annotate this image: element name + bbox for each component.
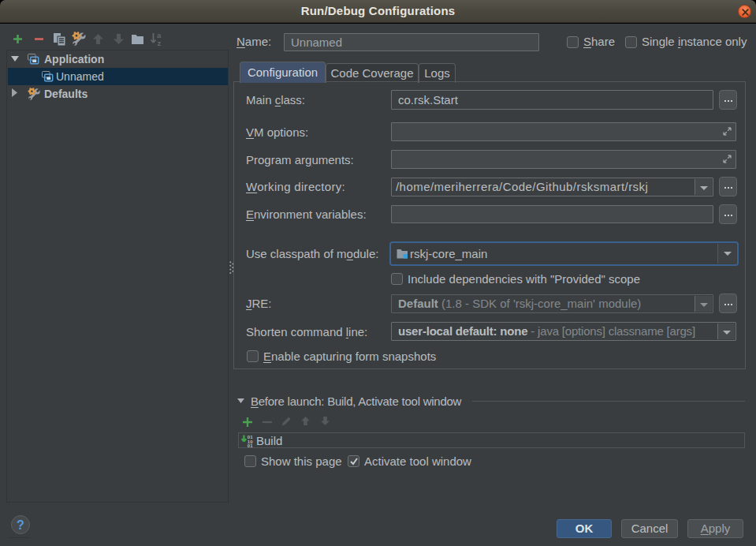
svg-text:01: 01 — [248, 443, 253, 448]
svg-text:z: z — [158, 39, 162, 47]
